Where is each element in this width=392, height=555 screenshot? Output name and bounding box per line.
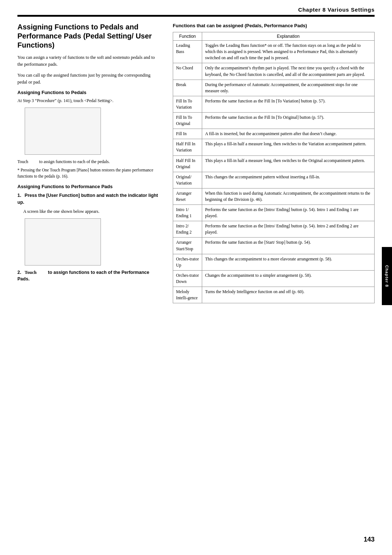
chapter-tab-label: Chapter 8: [385, 265, 389, 287]
chapter-title: Chapter 8 Various Settings: [298, 7, 375, 13]
func-name-cell: Half Fill In Variation: [173, 139, 202, 155]
func-name-cell: No Chord: [173, 63, 202, 80]
step1-detail: A screen like the one shown below appear…: [23, 208, 161, 215]
step1-num: 1.: [17, 193, 21, 198]
func-name-cell: Arranger Start/Stop: [173, 238, 202, 254]
main-content: Assigning Functions to Pedals and Perfor…: [0, 23, 392, 303]
section1-heading: Assigning Functions to Pedals: [17, 90, 161, 95]
func-name-cell: Fill In To Original: [173, 113, 202, 129]
step1-text: Press the [User Function] button and wat…: [17, 193, 158, 205]
func-name-cell: Intro 1/ Ending 1: [173, 205, 202, 221]
table-row: Half Fill In VariationThis plays a fill-…: [173, 139, 375, 155]
func-name-cell: Arranger Reset: [173, 188, 202, 204]
chapter-tab: Chapter 8: [382, 247, 392, 305]
func-explanation-cell: When this function is used during Automa…: [202, 188, 375, 204]
func-name-cell: Leading Bass: [173, 41, 202, 63]
page-container: Chapter 8 Various Settings Assigning Fun…: [0, 0, 392, 555]
func-explanation-cell: This changes the accompaniment to a more…: [202, 254, 375, 270]
touch-line-pedals: Touch to assign functions to each of the…: [17, 158, 161, 165]
step2: 2. Touch to assign functions to each of …: [17, 269, 161, 283]
page-number: 143: [364, 536, 375, 543]
table-row: Melody Intelli-genceTurns the Melody Int…: [173, 287, 375, 303]
header-rule-thin: [17, 16, 375, 17]
table-row: Fill In To VariationPerforms the same fu…: [173, 96, 375, 112]
func-explanation-cell: Changes the accompaniment to a simpler a…: [202, 270, 375, 287]
table-row: Fill InA fill-in is inserted, but the ac…: [173, 129, 375, 139]
func-explanation-cell: Turns the Melody Intelligence function o…: [202, 287, 375, 303]
func-explanation-cell: During the performance of Automatic Acco…: [202, 80, 375, 96]
func-explanation-cell: Performs the same function as the [Start…: [202, 238, 375, 254]
table-row: Orches-trator DownChanges the accompanim…: [173, 270, 375, 287]
intro-text-2: You can call up the assigned functions j…: [17, 72, 161, 86]
func-name-cell: Orches-trator Up: [173, 254, 202, 270]
func-explanation-cell: This plays a fill-in half a measure long…: [202, 155, 375, 172]
table-row: Intro 1/ Ending 1Performs the same funct…: [173, 205, 375, 221]
table-row: Leading BassToggles the Leading Bass fun…: [173, 41, 375, 63]
section2-heading: Assigning Functions to Performance Pads: [17, 184, 161, 189]
asterisk-note: * Pressing the One Touch Program [Piano]…: [17, 167, 161, 180]
col-explanation: Explanation: [202, 32, 375, 41]
col-function: Function: [173, 32, 202, 41]
table-row: Arranger Start/StopPerforms the same fun…: [173, 238, 375, 254]
func-name-cell: Fill In To Variation: [173, 96, 202, 112]
page-title: Assigning Functions to Pedals and Perfor…: [17, 23, 161, 50]
func-name-cell: Break: [173, 80, 202, 96]
func-explanation-cell: Performs the same function as the Fill I…: [202, 113, 375, 129]
chapter-header: Chapter 8 Various Settings: [0, 0, 392, 15]
func-explanation-cell: Toggles the Leading Bass function* on or…: [202, 41, 375, 63]
step2-bold: to assign functions to each of the Perfo…: [17, 270, 149, 282]
table-row: BreakDuring the performance of Automatic…: [173, 80, 375, 96]
table-row: Fill In To OriginalPerforms the same fun…: [173, 113, 375, 129]
table-row: Intro 2/ Ending 2Performs the same funct…: [173, 221, 375, 238]
func-explanation-cell: Performs the same function as the [Intro…: [202, 221, 375, 238]
table-row: Orches-trator UpThis changes the accompa…: [173, 254, 375, 270]
func-explanation-cell: This plays a fill-in half a measure long…: [202, 139, 375, 155]
func-name-cell: Melody Intelli-gence: [173, 287, 202, 303]
func-explanation-cell: Performs the same function as the [Intro…: [202, 205, 375, 221]
table-row: No ChordOnly the accompaniment’s rhythm …: [173, 63, 375, 80]
table-row: Half Fill In OriginalThis plays a fill-i…: [173, 155, 375, 172]
func-explanation-cell: This changes the accompaniment pattern w…: [202, 172, 375, 188]
step1: 1. Press the [User Function] button and …: [17, 192, 161, 206]
func-name-cell: Original/ Variation: [173, 172, 202, 188]
intro-text-1: You can assign a variety of functions to…: [17, 54, 161, 68]
table-row: Original/ VariationThis changes the acco…: [173, 172, 375, 188]
func-explanation-cell: Performs the same function as the Fill I…: [202, 96, 375, 112]
func-name-cell: Fill In: [173, 129, 202, 139]
asterisk-note-text: Pressing the One Touch Program [Piano] b…: [17, 168, 153, 178]
touch-label: Touch: [17, 159, 28, 164]
func-name-cell: Half Fill In Original: [173, 155, 202, 172]
functions-heading: Functions that can be assigned (Pedals, …: [173, 23, 375, 29]
pads-screen-image: [25, 218, 101, 266]
func-name-cell: Orches-trator Down: [173, 270, 202, 287]
func-name-cell: Intro 2/ Ending 2: [173, 221, 202, 238]
left-column: Assigning Functions to Pedals and Perfor…: [17, 23, 170, 303]
func-explanation-cell: Only the accompaniment’s rhythm part is …: [202, 63, 375, 80]
section1-step-text: At Step 3 “Procedure” (p. 141), touch <P…: [17, 97, 161, 104]
touch-pedals-bold: to assign functions to each of the pedal…: [39, 159, 110, 164]
step2-touch: Touch: [25, 270, 37, 275]
func-explanation-cell: A fill-in is inserted, but the accompani…: [202, 129, 375, 139]
pedal-screen-image: [25, 108, 101, 155]
step2-num: 2.: [17, 270, 21, 275]
table-row: Arranger ResetWhen this function is used…: [173, 188, 375, 204]
right-column: Functions that can be assigned (Pedals, …: [170, 23, 375, 303]
functions-table: Function Explanation Leading BassToggles…: [173, 32, 375, 303]
